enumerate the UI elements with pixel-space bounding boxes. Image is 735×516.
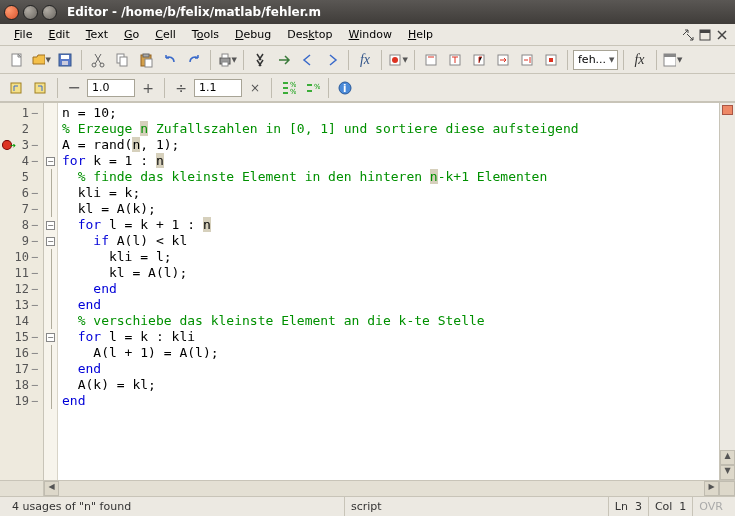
fx-icon[interactable]: fx: [354, 49, 376, 71]
line-number[interactable]: 8−: [0, 217, 43, 233]
code-line[interactable]: A(k) = kl;: [62, 377, 719, 393]
error-strip[interactable]: [720, 103, 735, 450]
fold-toggle-icon[interactable]: −: [46, 157, 55, 166]
paste-icon[interactable]: [135, 49, 157, 71]
code-line[interactable]: if A(l) < kl: [62, 233, 719, 249]
cell-insert-above-icon[interactable]: %: [301, 77, 323, 99]
fold-toggle-icon[interactable]: −: [46, 221, 55, 230]
line-number[interactable]: 2: [0, 121, 43, 137]
increment-value[interactable]: 1.0: [87, 79, 135, 97]
window-maximize-button[interactable]: [42, 5, 57, 20]
line-gutter[interactable]: 1−2➔3−4−56−7−8−9−10−11−12−13−1415−16−17−…: [0, 103, 44, 480]
code-line[interactable]: % finde das kleinste Element in den hint…: [62, 169, 719, 185]
window-close-button[interactable]: [4, 5, 19, 20]
menu-desktop[interactable]: Desktop: [279, 26, 340, 43]
fold-cell[interactable]: [44, 137, 57, 153]
code-line[interactable]: kl = A(k);: [62, 201, 719, 217]
breakpoint-set-icon[interactable]: ▼: [387, 49, 409, 71]
debug-step-in-icon[interactable]: [444, 49, 466, 71]
print-icon[interactable]: ▼: [216, 49, 238, 71]
fold-cell[interactable]: [44, 393, 57, 409]
undock-icon[interactable]: [681, 28, 695, 42]
menu-help[interactable]: Help: [400, 26, 441, 43]
code-line[interactable]: % Erzeuge n Zufallszahlen in [0, 1] und …: [62, 121, 719, 137]
redo-icon[interactable]: [183, 49, 205, 71]
copy-icon[interactable]: [111, 49, 133, 71]
fold-cell[interactable]: [44, 377, 57, 393]
line-number[interactable]: 9−: [0, 233, 43, 249]
fold-column[interactable]: −−−−: [44, 103, 58, 480]
fold-cell[interactable]: [44, 249, 57, 265]
code-line[interactable]: for l = k : kli: [62, 329, 719, 345]
fold-cell[interactable]: [44, 185, 57, 201]
code-line[interactable]: A = rand(n, 1);: [62, 137, 719, 153]
line-number[interactable]: 14: [0, 313, 43, 329]
multiply-value[interactable]: 1.1: [194, 79, 242, 97]
code-line[interactable]: end: [62, 393, 719, 409]
dock-icon[interactable]: [698, 28, 712, 42]
code-line[interactable]: end: [62, 297, 719, 313]
fold-toggle-icon[interactable]: −: [46, 333, 55, 342]
fold-cell[interactable]: [44, 121, 57, 137]
line-number[interactable]: 6−: [0, 185, 43, 201]
fold-cell[interactable]: [44, 361, 57, 377]
scroll-up-icon[interactable]: ▲: [720, 450, 735, 465]
window-minimize-button[interactable]: [23, 5, 38, 20]
line-number[interactable]: 13−: [0, 297, 43, 313]
menu-debug[interactable]: Debug: [227, 26, 279, 43]
debug-step-out-icon[interactable]: [468, 49, 490, 71]
lint-indicator[interactable]: [722, 105, 733, 115]
fold-cell[interactable]: [44, 105, 57, 121]
cut-icon[interactable]: [87, 49, 109, 71]
line-number[interactable]: 12−: [0, 281, 43, 297]
debug-runto-icon[interactable]: [516, 49, 538, 71]
stack-combo[interactable]: feh...▼: [573, 50, 618, 70]
fold-toggle-icon[interactable]: −: [46, 237, 55, 246]
fold-cell[interactable]: −: [44, 153, 57, 169]
save-icon[interactable]: [54, 49, 76, 71]
debug-stop-icon[interactable]: [540, 49, 562, 71]
line-number[interactable]: 16−: [0, 345, 43, 361]
cell-next-icon[interactable]: [30, 77, 52, 99]
info-icon[interactable]: i: [334, 77, 356, 99]
line-number[interactable]: 1−: [0, 105, 43, 121]
fx-insert-icon[interactable]: fx: [629, 49, 651, 71]
fold-cell[interactable]: [44, 201, 57, 217]
line-number[interactable]: ➔3−: [0, 137, 43, 153]
menu-edit[interactable]: Edit: [40, 26, 77, 43]
window-layout-icon[interactable]: ▼: [662, 49, 684, 71]
close-panel-icon[interactable]: [715, 28, 729, 42]
code-line[interactable]: kli = k;: [62, 185, 719, 201]
vertical-scrollbar[interactable]: ▲ ▼: [719, 103, 735, 480]
find-icon[interactable]: [249, 49, 271, 71]
bookmark-back-icon[interactable]: [297, 49, 319, 71]
minus-icon[interactable]: −: [63, 77, 85, 99]
code-line[interactable]: A(l + 1) = A(l);: [62, 345, 719, 361]
new-file-icon[interactable]: [6, 49, 28, 71]
bookmark-fwd-icon[interactable]: [321, 49, 343, 71]
debug-step-icon[interactable]: [420, 49, 442, 71]
code-area[interactable]: n = 10;% Erzeuge n Zufallszahlen in [0, …: [58, 103, 719, 480]
line-number[interactable]: 10−: [0, 249, 43, 265]
menu-cell[interactable]: Cell: [147, 26, 184, 43]
fold-cell[interactable]: −: [44, 329, 57, 345]
line-number[interactable]: 7−: [0, 201, 43, 217]
code-line[interactable]: for l = k + 1 : n: [62, 217, 719, 233]
code-line[interactable]: % verschiebe das kleinste Element an die…: [62, 313, 719, 329]
code-line[interactable]: n = 10;: [62, 105, 719, 121]
goto-icon[interactable]: [273, 49, 295, 71]
times-icon[interactable]: ×: [244, 77, 266, 99]
line-number[interactable]: 17−: [0, 361, 43, 377]
fold-cell[interactable]: −: [44, 217, 57, 233]
scroll-down-icon[interactable]: ▼: [720, 465, 735, 480]
divide-icon[interactable]: ÷: [170, 77, 192, 99]
line-number[interactable]: 4−: [0, 153, 43, 169]
fold-cell[interactable]: [44, 169, 57, 185]
line-number[interactable]: 19−: [0, 393, 43, 409]
horizontal-scrollbar[interactable]: ◀ ▶: [0, 480, 735, 496]
line-number[interactable]: 11−: [0, 265, 43, 281]
code-line[interactable]: kli = l;: [62, 249, 719, 265]
line-number[interactable]: 18−: [0, 377, 43, 393]
open-file-icon[interactable]: ▼: [30, 49, 52, 71]
debug-continue-icon[interactable]: [492, 49, 514, 71]
